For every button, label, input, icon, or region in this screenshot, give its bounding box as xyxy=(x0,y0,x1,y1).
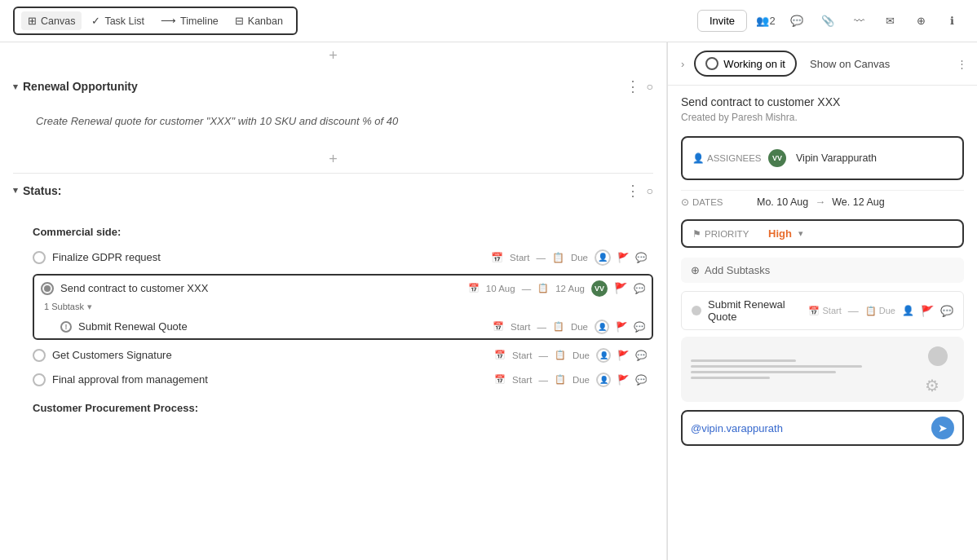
subtask-cal-due: 📋 Due xyxy=(865,306,895,316)
sig-due: Due xyxy=(572,351,590,360)
members-button[interactable]: 👥 2 xyxy=(754,9,778,33)
cal-app-start: 📅 xyxy=(494,374,506,385)
status-more-icon[interactable]: ⋮ xyxy=(626,182,640,200)
kanban-label: Kanban xyxy=(248,15,283,27)
subtask-dot-icon xyxy=(692,306,701,315)
subtask-row-renewal[interactable]: Submit Renewal Quote 📅 Start — 📋 Due 👤 🚩… xyxy=(34,315,652,338)
attachment-button[interactable]: 📎 xyxy=(816,9,840,33)
subtask-expand[interactable]: 1 Subtask ▾ xyxy=(34,302,652,315)
priority-label-text: PRIORITY xyxy=(705,229,749,239)
task-row-approval[interactable]: Final approval from management 📅 Start —… xyxy=(13,368,653,392)
dates-label: ⊙ DATES xyxy=(681,196,750,208)
renewal-header-right: ⋮ ○ xyxy=(626,77,653,95)
task-row-gdpr[interactable]: Finalize GDPR request 📅 Start — 📋 Due 👤 … xyxy=(13,245,653,271)
subtask-item-renewal[interactable]: Submit Renewal Quote 📅 Start — 📋 Due 👤 🚩… xyxy=(681,291,964,330)
chat-icon: 💬 xyxy=(790,15,803,27)
canvas-lines xyxy=(691,359,954,379)
renewal-section-header[interactable]: ▾ Renewal Opportunity ⋮ ○ xyxy=(0,69,666,104)
top-toolbar: ⊞ Canvas ✓ Task List ⟶ Timeline ⊟ Kanban… xyxy=(0,0,977,42)
commercial-title: Commercial side: xyxy=(13,226,653,238)
mention-input[interactable] xyxy=(691,422,925,434)
task-meta-signature: 📅 Start — 📋 Due 👤 🚩 💬 xyxy=(494,348,647,363)
renewal-header-left: ▾ Renewal Opportunity xyxy=(13,80,138,93)
task-meta-approval: 📅 Start — 📋 Due 👤 🚩 💬 xyxy=(494,373,647,387)
canvas-icon: ⊞ xyxy=(28,15,37,27)
activity-button[interactable]: 〰 xyxy=(847,9,871,33)
highlighted-task-block: Send contract to customer XXX 📅 10 Aug —… xyxy=(33,274,653,340)
task-check-approval xyxy=(33,373,46,386)
task-row-signature[interactable]: Get Customers Signature 📅 Start — 📋 Due … xyxy=(13,343,653,368)
comment-icon-gdpr: 💬 xyxy=(635,252,647,263)
assignees-label: 👤 ASSIGNEES xyxy=(692,152,762,164)
email-button[interactable]: ✉ xyxy=(878,9,902,33)
working-on-status-icon xyxy=(705,57,718,70)
subtask-assign-icon: 👤 xyxy=(902,305,914,316)
subtask-dash: — xyxy=(848,305,859,317)
collapse-icon[interactable]: › xyxy=(678,55,687,73)
renewal-more-icon[interactable]: ⋮ xyxy=(626,77,640,95)
email-icon: ✉ xyxy=(886,15,895,27)
show-on-canvas-button[interactable]: Show on Canvas xyxy=(803,55,896,73)
created-by-text: Created by Paresh Mishra. xyxy=(681,112,964,123)
member-count: 2 xyxy=(769,15,775,27)
add-section-top[interactable]: + xyxy=(0,42,666,69)
renewal-section-body: Create Renewal quote for customer "XXX" … xyxy=(0,104,666,146)
priority-icon: ⚑ xyxy=(692,228,701,240)
app-container: ⊞ Canvas ✓ Task List ⟶ Timeline ⊟ Kanban… xyxy=(0,0,977,560)
info-icon: ℹ xyxy=(950,15,954,27)
canvas-tab[interactable]: ⊞ Canvas xyxy=(21,11,82,30)
working-on-button[interactable]: Working on it xyxy=(694,51,797,77)
task-due-gdpr: Due xyxy=(571,253,588,262)
timeline-tab[interactable]: ⟶ Timeline xyxy=(154,11,225,30)
right-panel-header: › Working on it Show on Canvas ⋮ xyxy=(668,42,977,86)
invite-button[interactable]: Invite xyxy=(697,10,747,32)
task-check-contract xyxy=(41,282,54,295)
add-section-middle[interactable]: + xyxy=(0,146,666,173)
renewal-section: ▾ Renewal Opportunity ⋮ ○ Create Renewal… xyxy=(0,69,666,146)
timeline-icon: ⟶ xyxy=(161,15,176,27)
task-name-signature: Get Customers Signature xyxy=(52,349,488,361)
subtask-check-renewal xyxy=(60,321,72,333)
dates-row: ⊙ DATES Mo. 10 Aug → We. 12 Aug xyxy=(681,190,964,213)
priority-value: High xyxy=(768,227,792,240)
task-row-contract[interactable]: Send contract to customer XXX 📅 10 Aug —… xyxy=(34,276,652,302)
status-search-icon[interactable]: ○ xyxy=(647,184,653,197)
integration-button[interactable]: ⊕ xyxy=(908,9,933,33)
right-panel-more-icon[interactable]: ⋮ xyxy=(957,58,967,70)
comment-sub: 💬 xyxy=(634,321,645,333)
chat-button[interactable]: 💬 xyxy=(785,9,809,33)
right-panel-body: Send contract to customer XXX Created by… xyxy=(668,86,977,560)
integration-icon: ⊕ xyxy=(917,15,926,27)
assignees-label-text: ASSIGNEES xyxy=(707,153,761,163)
task-start-gdpr: Start xyxy=(510,253,529,262)
toolbar-right: Invite 👥 2 💬 📎 〰 ✉ ⊕ ℹ xyxy=(697,9,964,33)
dash-gdpr: — xyxy=(536,253,546,262)
chevron-down-icon: ▾ xyxy=(13,82,18,92)
assignees-row: 👤 ASSIGNEES VV Vipin Varappurath xyxy=(692,146,953,170)
info-button[interactable]: ℹ xyxy=(939,9,964,33)
canvas-label: Canvas xyxy=(41,15,75,27)
task-list-tab[interactable]: ✓ Task List xyxy=(85,11,151,30)
kanban-tab[interactable]: ⊟ Kanban xyxy=(228,11,290,30)
canvas-line-3 xyxy=(691,371,836,373)
priority-dropdown-icon[interactable]: ▾ xyxy=(798,228,803,239)
right-panel: › Working on it Show on Canvas ⋮ Send co… xyxy=(667,42,977,560)
send-button[interactable]: ➤ xyxy=(931,417,954,439)
status-section-header[interactable]: ▾ Status: ⋮ ○ xyxy=(0,174,666,208)
activity-icon: 〰 xyxy=(854,15,864,27)
task-list-label: Task List xyxy=(104,15,144,27)
assignees-box: 👤 ASSIGNEES VV Vipin Varappurath xyxy=(681,136,964,180)
status-section: ▾ Status: ⋮ ○ Commercial side: Finalize … xyxy=(0,174,666,429)
right-task-title: Send contract to customer XXX xyxy=(681,95,964,108)
timeline-label: Timeline xyxy=(180,15,219,27)
subtask-expand-icon: ▾ xyxy=(87,302,92,312)
add-subtasks-bar[interactable]: ⊕ Add Subtasks xyxy=(681,258,964,283)
date-end-value: We. 12 Aug xyxy=(832,196,884,208)
task-check-gdpr xyxy=(33,251,46,264)
canvas-line-2 xyxy=(691,365,862,368)
renewal-section-title: Renewal Opportunity xyxy=(23,80,138,93)
mention-input-row: ➤ xyxy=(681,410,964,446)
cal-end-icon: 📋 xyxy=(537,283,549,293)
app-due: Due xyxy=(572,375,590,385)
renewal-search-icon[interactable]: ○ xyxy=(647,80,653,93)
